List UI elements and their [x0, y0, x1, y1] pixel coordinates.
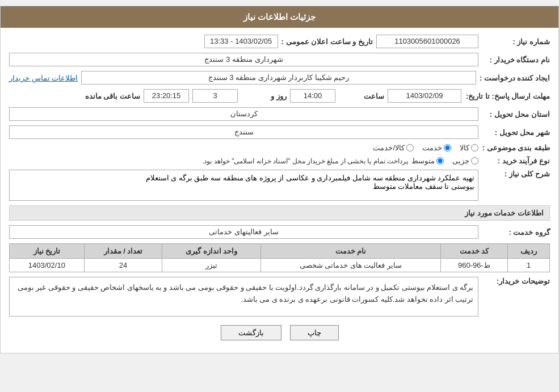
cell-tedad: 24 [84, 259, 162, 272]
radio-kala-khedmat-label: کالا/خدمت [373, 144, 405, 152]
services-table: ردیف کد خدمت نام خدمت واحد اندازه گیری ت… [9, 243, 550, 272]
radio-khedmat-label: خدمت [422, 144, 442, 152]
mohlat-baqi-label: ساعت باقی مانده [85, 92, 140, 100]
th-tarikh: تاریخ نیاز [10, 244, 85, 259]
row-shomare: شماره نیاز : 1103005601000026 تاریخ و سا… [9, 35, 550, 48]
ijad-label: ایجاد کننده درخواست : [480, 74, 550, 82]
main-content: شماره نیاز : 1103005601000026 تاریخ و سا… [1, 28, 558, 353]
cell-namKhedmat: سایر فعالیت های خدماتی شخصی [261, 259, 441, 272]
tosih-value: برگه ی استعلام بیوستی تکمیل و در سامانه … [9, 277, 478, 317]
row-tosih: توضیحات خریدار: برگه ی استعلام بیوستی تک… [9, 277, 550, 317]
table-header-row: ردیف کد خدمت نام خدمت واحد اندازه گیری ت… [10, 244, 550, 259]
row-ostan: استان محل تحویل : کردستان [9, 107, 550, 121]
page-title: جزئیات اطلاعات نیاز [1, 6, 558, 28]
radio-jozi-label: جزیی [452, 157, 469, 165]
row-noefarayand: نوع فرآیند خرید : جزیی متوسط پرداخت تمام… [9, 157, 550, 165]
noefarayand-label: نوع فرآیند خرید : [482, 157, 550, 165]
mohlat-roz-label: روز و [241, 92, 287, 100]
row-groh: گروه خدمت : سایر فعالیتهای خدماتی [9, 225, 550, 239]
radio-kala-label: کالا [460, 144, 469, 152]
mohlat-baqi-value: 23:20:15 [144, 89, 189, 103]
radio-jozi: جزیی [452, 157, 478, 165]
th-vahed: واحد اندازه گیری [162, 244, 261, 259]
shahr-value: سنندج [9, 125, 478, 139]
cell-radif: 1 [508, 259, 550, 272]
radio-kala-khedmat-input[interactable] [406, 144, 414, 151]
radio-khedmat-input[interactable] [444, 144, 451, 151]
ostan-label: استان محل تحویل : [482, 110, 550, 119]
namdastgah-label: نام دستگاه خریدار : [482, 56, 550, 64]
row-ijad: ایجاد کننده درخواست : رحیم شکیبا کاربردا… [9, 71, 550, 85]
back-button[interactable]: بازگشت [221, 325, 281, 340]
row-shahr: شهر محل تحویل : سنندج [9, 125, 550, 139]
namdastgah-value: شهرداری منطقه 3 سنندج [9, 53, 478, 66]
groh-value: سایر فعالیتهای خدماتی [9, 225, 478, 239]
etelaat-link[interactable]: اطلاعات تماس خریدار [9, 74, 78, 82]
mohlat-saat-value: 14:00 [290, 89, 335, 103]
cell-tarikh: 1403/02/10 [10, 259, 85, 272]
shomare-label: شماره نیاز : [482, 37, 550, 46]
row-tabaqeh: طبقه بندی موضوعی : کالا خدمت کالا/خدمت [9, 144, 550, 152]
mohlat-tarikh-value: 1403/02/09 [388, 89, 461, 103]
buttons-row: چاپ بازگشت [9, 325, 550, 340]
radio-kala-input[interactable] [471, 144, 478, 151]
sharh-textarea[interactable] [9, 170, 478, 201]
radio-khedmat: خدمت [422, 144, 451, 152]
tabaqeh-label: طبقه بندی موضوعی : [482, 144, 550, 152]
tabaqeh-radio-group: کالا خدمت کالا/خدمت [373, 144, 478, 152]
info-section-title: اطلاعات خدمات مورد نیاز [9, 205, 550, 221]
radio-jozi-input[interactable] [471, 157, 478, 165]
row-namdastgah: نام دستگاه خریدار : شهرداری منطقه 3 سنند… [9, 53, 550, 66]
radio-kala: کالا [460, 144, 478, 152]
tarikh-value: 1403/02/05 - 13:33 [204, 35, 278, 48]
sharh-label: شرح کلی نیاز : [482, 170, 550, 178]
th-nam: نام خدمت [261, 244, 441, 259]
tarikh-label: تاریخ و ساعت اعلان عمومی : [281, 37, 373, 46]
print-button[interactable]: چاپ [290, 325, 339, 340]
ijad-value: رحیم شکیبا کاربردار شهرداری منطقه 3 سنند… [81, 71, 476, 85]
groh-label: گروه خدمت : [482, 228, 550, 237]
th-radif: ردیف [508, 244, 550, 259]
cell-vahed: تیزر [162, 259, 261, 272]
page-wrapper: جزئیات اطلاعات نیاز شماره نیاز : 1103005… [0, 6, 559, 353]
row-mohlat: مهلت ارسال پاسخ: تا تاریخ: 1403/02/09 سا… [9, 89, 550, 103]
radio-motavasset-input[interactable] [436, 157, 444, 165]
services-table-section: ردیف کد خدمت نام خدمت واحد اندازه گیری ت… [9, 243, 550, 272]
shahr-label: شهر محل تحویل : [482, 128, 550, 137]
th-kod: کد خدمت [440, 244, 507, 259]
radio-kala-khedmat: کالا/خدمت [373, 144, 414, 152]
ostan-value: کردستان [9, 107, 478, 121]
row-sharh: شرح کلی نیاز : [9, 170, 550, 201]
noefarayand-note: پرداخت تمام یا بخشی از مبلغ خریداز محل "… [202, 157, 408, 165]
mohlat-roz-value: 3 [192, 89, 238, 103]
radio-motavasset: متوسط [411, 157, 444, 165]
th-tedad: تعداد / مقدار [84, 244, 162, 259]
noefarayand-radio-group: جزیی متوسط [411, 157, 478, 165]
radio-motavasset-label: متوسط [411, 157, 435, 165]
table-row: 1ط-96-960سایر فعالیت های خدماتی شخصیتیزر… [10, 259, 550, 272]
shomare-value: 1103005601000026 [376, 35, 478, 48]
mohlat-label: مهلت ارسال پاسخ: تا تاریخ: [465, 92, 550, 100]
cell-kodKhedmat: ط-96-960 [440, 259, 507, 272]
mohlat-saat-label: ساعت [339, 92, 384, 100]
tosih-label: توضیحات خریدار: [482, 277, 550, 285]
